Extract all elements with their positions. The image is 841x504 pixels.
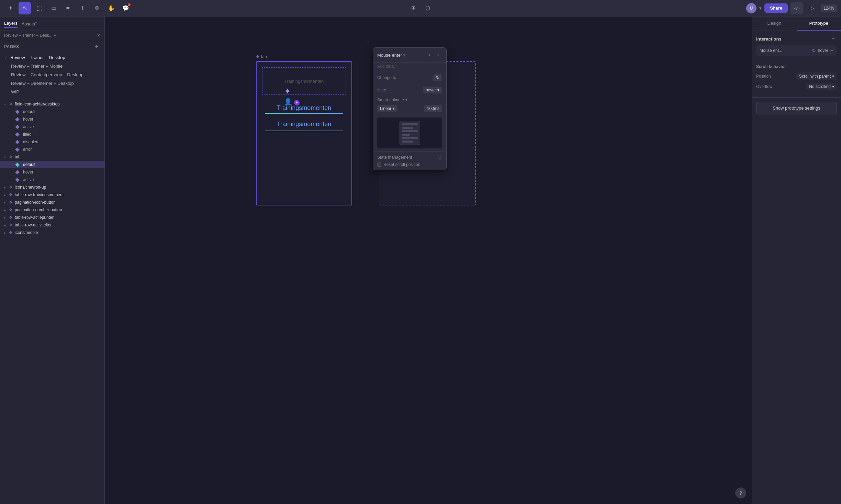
right-panel: Design Prototype Interactions + Mouse en… xyxy=(752,16,841,504)
linear-button[interactable]: Linear ▾ xyxy=(377,105,397,112)
layer-name: table-row-trainingsmoment xyxy=(15,192,64,197)
component-icon: ❖ xyxy=(9,208,13,212)
layer-tab-active[interactable]: active xyxy=(0,176,104,183)
layer-group-field-icon[interactable]: ▾ ❖ field-icon-achter/desktop xyxy=(0,100,104,108)
remove-interaction-button[interactable]: − xyxy=(830,47,833,54)
rect-tool-button[interactable]: ▭ xyxy=(47,2,60,14)
add-interaction-button[interactable]: + xyxy=(829,35,837,43)
page-label: WiP xyxy=(11,89,19,94)
logo-button[interactable]: ✦ xyxy=(4,2,16,14)
add-page-button[interactable]: + xyxy=(93,43,100,51)
state-management-label: State management xyxy=(377,155,412,160)
info-icon: ⓘ xyxy=(438,154,442,160)
breadcrumb-chevron: ▾ xyxy=(54,33,56,38)
layer-name: pagination-number-button xyxy=(15,208,62,212)
page-item-review-contactpersoon[interactable]: Review – Contactpersoon – Desktop xyxy=(0,70,104,79)
component-icon: ❖ xyxy=(9,155,13,159)
page-item-wip[interactable]: WiP xyxy=(0,88,104,96)
text-tool-button[interactable]: T xyxy=(76,2,89,14)
interaction-action-text: hover xyxy=(818,48,828,53)
variant-icon xyxy=(15,110,20,114)
timing-value-button[interactable]: 100ms xyxy=(424,105,442,112)
preview-line-6 xyxy=(402,141,413,143)
comment-tool-button[interactable]: 💬 xyxy=(120,2,132,14)
grid-view-button[interactable]: ⊞ xyxy=(407,2,419,14)
page-item-review-trainer-mobile[interactable]: Review – Trainer – Mobile xyxy=(0,62,104,70)
change-to-button[interactable]: ↻ xyxy=(433,74,442,81)
page-item-review-deelnemer[interactable]: Review – Deelnemer – Desktop xyxy=(0,79,104,88)
scroll-behavior-section: Scroll behavior Position Scroll with par… xyxy=(752,60,841,98)
popup-add-button[interactable]: + xyxy=(426,51,433,59)
popup-close-button[interactable]: × xyxy=(435,51,442,59)
chevron-down-icon: ▾ xyxy=(832,74,834,79)
popup-state-header: State management ⓘ xyxy=(377,154,442,160)
layer-name: disabled xyxy=(23,139,38,144)
layer-hover-1[interactable]: hover xyxy=(0,115,104,123)
page-item-review-trainer-desktop[interactable]: ✓ Review – Trainer – Desktop xyxy=(0,53,104,62)
tab-card[interactable]: Trainingsmomenten ✦ 👤 + Trainingsmomente… xyxy=(256,61,352,205)
layers-tab[interactable]: Layers xyxy=(4,19,18,28)
layer-error-1[interactable]: error xyxy=(0,146,104,153)
layer-table-row-trainingsmoment[interactable]: ▸ ❖ table-row-trainingsmoment xyxy=(0,191,104,199)
layer-filled-1[interactable]: filled xyxy=(0,131,104,138)
hand-tool-button[interactable]: ✋ xyxy=(105,2,117,14)
layer-tab-default[interactable]: default xyxy=(0,161,104,168)
layer-name: hover xyxy=(23,170,33,175)
popup-state-section: State management ⓘ Reset scroll position xyxy=(373,151,446,170)
popup-delay[interactable]: Add delay xyxy=(373,63,446,71)
breadcrumb-text: Review – Trainer – Desk... xyxy=(4,33,53,38)
page-label: Review – Deelnemer – Desktop xyxy=(11,81,74,86)
chevron-down-icon: ▾ xyxy=(437,88,439,92)
variant-icon xyxy=(15,132,20,137)
popup-title: Mouse enter ▾ xyxy=(377,53,406,58)
prototype-tab[interactable]: Prototype xyxy=(797,16,841,31)
interaction-left: Mouse ent... xyxy=(760,48,782,53)
chevron-right-icon: ▸ xyxy=(4,216,6,220)
layer-active-1[interactable]: active xyxy=(0,123,104,131)
layer-group-tab[interactable]: ▾ ❖ tab xyxy=(0,153,104,161)
layer-name: default xyxy=(23,109,35,114)
layer-icons-chevron-up[interactable]: ▸ ❖ icons/chevron-up xyxy=(0,183,104,191)
layer-name: field-icon-achter/desktop xyxy=(15,102,60,107)
share-button[interactable]: Share xyxy=(764,3,788,13)
scroll-position-row: Position Scroll with parent ▾ xyxy=(756,72,837,80)
interaction-row[interactable]: Mouse ent... ↻ hover − xyxy=(756,45,837,56)
state-value-button[interactable]: hover ▾ xyxy=(423,87,442,93)
avatar: U xyxy=(746,3,756,13)
show-prototype-settings-button[interactable]: Show prototype settings xyxy=(756,102,837,114)
layer-name: tab xyxy=(15,155,21,159)
present-button[interactable]: ▷ xyxy=(806,2,818,14)
layer-name: hover xyxy=(23,117,33,122)
layer-default-1[interactable]: default xyxy=(0,108,104,115)
position-value-button[interactable]: Scroll with parent ▾ xyxy=(796,72,837,80)
frame-tool-button[interactable]: ⬚ xyxy=(33,2,45,14)
linear-text: Linear xyxy=(380,106,391,111)
layer-icons-people[interactable]: ▸ ❖ icons/people xyxy=(0,229,104,236)
component-tool-button[interactable]: ❖ xyxy=(91,2,103,14)
breadcrumb-close[interactable]: ✕ xyxy=(97,33,100,38)
layer-pagination-icon-button[interactable]: ▸ ❖ pagination-icon-button xyxy=(0,199,104,206)
tab-lower-text: Trainingsmomenten xyxy=(257,114,351,129)
right-panel-tabs: Design Prototype xyxy=(752,16,841,31)
help-button[interactable]: ? xyxy=(735,488,746,499)
design-tab[interactable]: Design xyxy=(752,16,797,31)
tab-placeholder-text: Trainingsmomenten xyxy=(284,79,324,84)
pen-tool-button[interactable]: ✒ xyxy=(62,2,74,14)
layer-disabled-1[interactable]: disabled xyxy=(0,138,104,146)
reset-scroll-checkbox[interactable] xyxy=(377,163,381,167)
assets-tab[interactable]: Assets● xyxy=(22,19,37,28)
variant-icon-selected xyxy=(15,163,20,167)
zoom-control[interactable]: 124% xyxy=(821,4,837,12)
overflow-value-button[interactable]: No scrolling ▾ xyxy=(806,83,837,90)
chevron-right-icon: ▸ xyxy=(4,223,6,227)
page-label: Review – Trainer – Mobile xyxy=(11,64,63,69)
layer-pagination-number-button[interactable]: ▸ ❖ pagination-number-button xyxy=(0,206,104,214)
move-tool-button[interactable]: ↖ xyxy=(19,2,31,14)
share-screen-button[interactable]: ⬡ xyxy=(422,2,434,14)
chevron-right-icon: ▸ xyxy=(4,208,6,212)
layer-tab-hover[interactable]: hover xyxy=(0,168,104,176)
layer-table-row-actiepunten[interactable]: ▸ ❖ table-row-actiepunten xyxy=(0,214,104,221)
layer-table-row-activiteiten[interactable]: ▸ ❖ table-row-activiteiten xyxy=(0,221,104,229)
code-view-button[interactable]: </> xyxy=(790,2,803,14)
layer-name: table-row-activiteiten xyxy=(15,223,53,227)
